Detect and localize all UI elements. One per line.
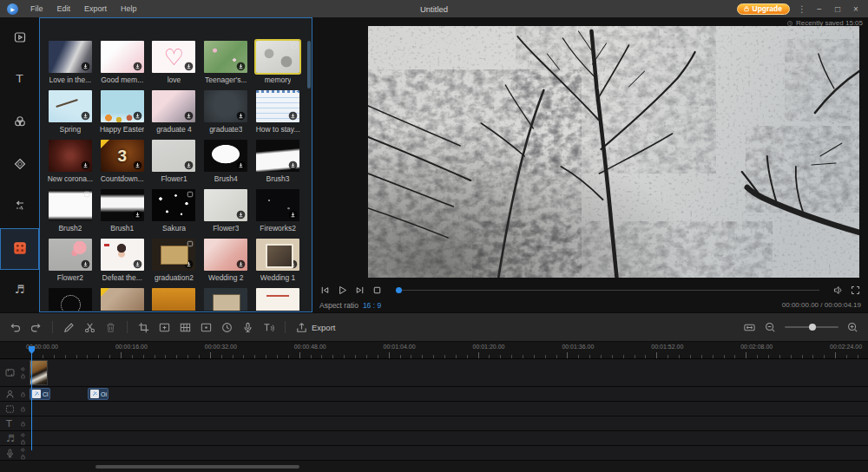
download-icon[interactable]	[288, 210, 298, 220]
element-thumb[interactable]	[204, 189, 247, 221]
elements-scrollbar[interactable]	[307, 41, 311, 88]
sidebar-item-media[interactable]	[0, 17, 39, 60]
timeline-video-clip[interactable]	[30, 360, 48, 385]
element-thumb[interactable]	[204, 239, 247, 271]
element-item[interactable]: How to stay...	[252, 90, 304, 140]
element-thumb[interactable]	[204, 288, 247, 311]
previous-frame-button[interactable]	[319, 285, 331, 296]
element-thumb[interactable]	[49, 41, 92, 73]
close-button[interactable]: ×	[851, 4, 861, 14]
menu-edit[interactable]: Edit	[50, 4, 78, 13]
element-thumb[interactable]	[49, 90, 92, 122]
download-icon[interactable]	[236, 161, 246, 170]
download-icon[interactable]	[236, 259, 246, 269]
timeline-ruler[interactable]: 00:00:00.0000:00:16.0000:00:32.0000:00:4…	[0, 342, 868, 359]
mute-icon[interactable]	[20, 432, 26, 438]
element-item[interactable]: Teenager's...	[200, 41, 252, 90]
fit-timeline-button[interactable]	[743, 321, 756, 334]
lock-icon[interactable]	[20, 439, 26, 445]
element-item[interactable]	[200, 288, 252, 311]
play-button[interactable]	[337, 285, 348, 296]
next-frame-button[interactable]	[354, 285, 365, 296]
download-icon[interactable]	[236, 62, 246, 71]
minimize-button[interactable]: −	[814, 4, 825, 14]
volume-icon[interactable]	[832, 285, 844, 296]
element-item[interactable]: Sakura	[148, 189, 201, 239]
element-item[interactable]: New corona...	[44, 140, 96, 189]
download-icon[interactable]	[81, 161, 90, 170]
element-item[interactable]: Brush4	[200, 140, 252, 189]
element-thumb[interactable]	[101, 41, 144, 73]
element-thumb[interactable]	[49, 140, 92, 172]
element-item[interactable]: Happy Easter	[96, 90, 148, 140]
maximize-button[interactable]: □	[832, 4, 843, 14]
element-thumb[interactable]	[101, 189, 144, 221]
upgrade-button[interactable]: Upgrade	[737, 3, 790, 15]
element-item[interactable]: Fireworks2	[252, 189, 304, 239]
download-icon[interactable]	[81, 111, 90, 121]
element-thumb[interactable]	[152, 90, 195, 122]
seek-handle[interactable]	[396, 287, 402, 293]
element-thumb[interactable]	[49, 239, 92, 271]
element-item[interactable]: graduate 4	[148, 90, 201, 140]
element-item[interactable]: graduation2	[148, 239, 201, 288]
text-to-speech-button[interactable]	[262, 321, 275, 334]
element-item[interactable]	[96, 288, 148, 311]
seek-slider[interactable]	[396, 287, 819, 293]
delete-button[interactable]	[104, 321, 117, 334]
element-item[interactable]: Brush2	[44, 189, 96, 239]
element-thumb[interactable]	[49, 189, 92, 221]
freeze-frame-button[interactable]	[200, 321, 213, 334]
download-icon[interactable]	[236, 111, 246, 121]
element-item[interactable]: love	[148, 41, 201, 90]
download-icon[interactable]	[133, 210, 142, 220]
duration-button[interactable]	[220, 321, 233, 334]
redo-button[interactable]	[30, 321, 43, 334]
mosaic-button[interactable]	[179, 321, 192, 334]
element-thumb[interactable]	[152, 140, 195, 172]
mute-icon[interactable]	[20, 366, 26, 372]
edit-button[interactable]	[62, 321, 76, 334]
lock-icon[interactable]	[20, 454, 26, 460]
element-thumb[interactable]: 3	[101, 140, 144, 172]
download-icon[interactable]	[288, 111, 298, 121]
element-thumb[interactable]	[256, 288, 299, 311]
more-menu-icon[interactable]: ⋮	[798, 4, 806, 14]
element-thumb[interactable]	[256, 41, 299, 73]
element-thumb[interactable]	[49, 288, 92, 311]
element-thumb[interactable]	[101, 288, 144, 311]
element-item[interactable]: Spring	[44, 90, 96, 140]
timeline-zoom-slider[interactable]	[785, 326, 838, 328]
element-item[interactable]: graduate3	[200, 90, 252, 140]
mute-icon[interactable]	[20, 447, 26, 453]
element-thumb[interactable]	[101, 239, 144, 271]
voiceover-button[interactable]	[241, 321, 254, 334]
element-item[interactable]: 3 Countdown...	[96, 140, 148, 189]
download-icon[interactable]	[288, 161, 298, 170]
element-item[interactable]	[44, 288, 96, 311]
element-thumb[interactable]	[152, 41, 195, 73]
undo-button[interactable]	[9, 321, 22, 334]
lock-icon[interactable]	[20, 391, 26, 397]
stop-button[interactable]	[372, 285, 383, 296]
aspect-ratio-value[interactable]: 16 : 9	[363, 301, 381, 310]
element-thumb[interactable]	[152, 288, 195, 311]
zoom-in-button[interactable]	[846, 321, 859, 334]
element-thumb[interactable]	[152, 239, 195, 271]
element-thumb[interactable]	[256, 140, 299, 172]
lock-icon[interactable]	[20, 373, 26, 379]
element-item[interactable]: memory	[252, 41, 304, 90]
element-thumb[interactable]	[204, 140, 247, 172]
element-thumb[interactable]	[101, 90, 144, 122]
download-icon[interactable]	[184, 111, 194, 121]
sidebar-item-text[interactable]: T	[0, 60, 39, 102]
download-icon[interactable]	[133, 259, 142, 269]
export-button[interactable]: Export	[295, 321, 335, 334]
download-icon[interactable]	[184, 259, 194, 269]
playhead-line[interactable]	[31, 352, 32, 450]
element-item[interactable]	[148, 288, 201, 311]
zoom-out-button[interactable]	[764, 321, 777, 334]
menu-help[interactable]: Help	[114, 4, 144, 13]
menu-file[interactable]: File	[23, 4, 50, 13]
element-thumb[interactable]	[152, 189, 195, 221]
